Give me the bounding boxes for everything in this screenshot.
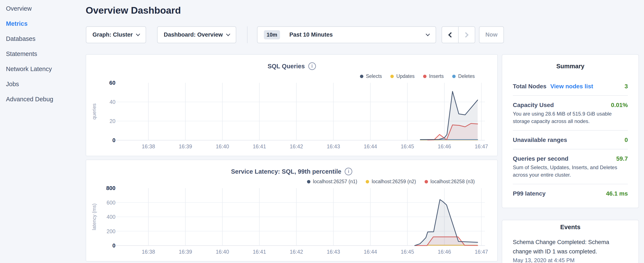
sql-queries-chart-card: SQL Queries i SelectsUpdatesInsertsDelet… [86, 54, 498, 156]
y-tick-label: 400 [106, 214, 116, 220]
time-range-label: Past 10 Minutes [289, 32, 333, 38]
service-latency-plot[interactable]: 16:3816:3916:4016:4116:4216:4316:4416:45… [86, 160, 498, 262]
now-button-label: Now [486, 32, 498, 38]
sidebar-item-databases[interactable]: Databases [6, 36, 86, 42]
summary-row-label: Total Nodes [513, 83, 546, 90]
x-tick-label: 16:38 [142, 143, 155, 149]
chevron-down-icon [136, 32, 140, 36]
summary-row-description: You are using 28.6 MiB of 515.9 GiB usab… [513, 110, 628, 125]
summary-row-value: 59.7 [616, 155, 628, 162]
summary-row: Capacity Used0.01%You are using 28.6 MiB… [513, 96, 628, 131]
event-message: Schema Change Completed: Schema change w… [513, 237, 628, 256]
summary-row: Unavailable ranges0 [513, 131, 628, 149]
y-tick-label: 20 [110, 118, 116, 124]
sidebar-item-network-latency[interactable]: Network Latency [6, 66, 86, 72]
y-tick-label: 40 [110, 99, 116, 105]
time-range-dropdown[interactable]: 10m Past 10 Minutes [257, 26, 436, 43]
summary-row-value: 0.01% [611, 102, 628, 109]
x-tick-label: 16:46 [438, 143, 451, 149]
y-tick-label: 60 [109, 80, 116, 86]
chevron-right-icon [463, 32, 468, 38]
y-axis-label: queries [92, 103, 97, 119]
summary-row: P99 latency46.1 ms [513, 184, 628, 203]
time-step-forward-button[interactable] [458, 27, 475, 43]
x-tick-label: 16:47 [475, 143, 488, 149]
x-tick-label: 16:45 [401, 249, 414, 255]
sidebar-item-metrics[interactable]: Metrics [6, 21, 86, 27]
x-tick-label: 16:42 [290, 249, 303, 255]
service-latency-chart-card: Service Latency: SQL, 99th percentile i … [86, 160, 498, 261]
x-tick-label: 16:44 [364, 249, 377, 255]
summary-row-label: Unavailable ranges [513, 136, 567, 144]
x-tick-label: 16:39 [179, 143, 192, 149]
y-tick-label: 800 [106, 185, 116, 191]
now-button[interactable]: Now [479, 26, 504, 43]
x-tick-label: 16:40 [216, 143, 229, 149]
summary-row-value: 3 [624, 83, 628, 90]
x-tick-label: 16:39 [179, 249, 192, 255]
x-tick-label: 16:41 [253, 249, 266, 255]
x-tick-label: 16:41 [253, 143, 266, 149]
x-tick-label: 16:38 [142, 249, 155, 255]
x-tick-label: 16:44 [364, 143, 377, 149]
sidebar-item-statements[interactable]: Statements [6, 51, 86, 57]
x-tick-label: 16:47 [475, 249, 488, 255]
x-tick-label: 16:45 [401, 143, 414, 149]
events-title: Events [513, 220, 628, 231]
sidebar-item-overview[interactable]: Overview [6, 5, 86, 12]
summary-row: Total NodesView nodes list3 [513, 77, 628, 96]
graph-dropdown[interactable]: Graph: Cluster [86, 26, 146, 43]
summary-row-label: Capacity Used [513, 102, 554, 109]
sidebar: OverviewMetricsDatabasesStatementsNetwor… [0, 0, 86, 263]
sidebar-item-advanced-debug[interactable]: Advanced Debug [6, 96, 86, 102]
x-tick-label: 16:43 [327, 249, 340, 255]
sql-queries-plot[interactable]: 16:3816:3916:4016:4116:4216:4316:4416:45… [86, 55, 498, 157]
x-tick-label: 16:43 [327, 143, 340, 149]
controls-divider [247, 26, 248, 43]
y-tick-label: 200 [106, 228, 116, 234]
chevron-down-icon [226, 32, 230, 36]
page-title: Overview Dashboard [86, 5, 181, 16]
dashboard-dropdown[interactable]: Dashboard: Overview [157, 26, 236, 43]
chevron-left-icon [448, 32, 454, 38]
y-axis-label: latency (ms) [92, 203, 97, 230]
x-tick-label: 16:46 [438, 249, 451, 255]
series-area [415, 200, 478, 245]
event-timestamp: May 13, 2020 at 4:45 PM [513, 257, 628, 263]
dashboard-dropdown-label: Dashboard: Overview [164, 32, 223, 38]
time-step-back-button[interactable] [442, 27, 458, 43]
summary-row-value: 46.1 ms [606, 190, 628, 197]
summary-title: Summary [513, 55, 628, 70]
graph-dropdown-label: Graph: Cluster [92, 32, 133, 38]
time-step-buttons [442, 26, 475, 43]
summary-row-value: 0 [624, 137, 628, 143]
x-tick-label: 16:40 [216, 249, 229, 255]
y-tick-label: 0 [112, 242, 116, 249]
summary-row-label: Queries per second [513, 155, 568, 162]
summary-row-label: P99 latency [513, 190, 546, 197]
summary-row: Queries per second59.7Sum of Selects, Up… [513, 149, 628, 184]
view-nodes-list-link[interactable]: View nodes list [550, 83, 593, 90]
summary-row-description: Sum of Selects, Updates, Inserts, and De… [513, 164, 628, 178]
time-range-badge: 10m [264, 30, 280, 39]
y-tick-label: 0 [112, 137, 116, 143]
y-tick-label: 600 [106, 200, 116, 205]
sidebar-item-jobs[interactable]: Jobs [6, 81, 86, 87]
events-panel: Events Schema Change Completed: Schema c… [502, 220, 639, 263]
summary-panel: Summary Total NodesView nodes list3Capac… [502, 54, 639, 208]
app-window: OverviewMetricsDatabasesStatementsNetwor… [0, 0, 644, 263]
x-tick-label: 16:42 [290, 143, 303, 149]
chevron-down-icon [426, 32, 430, 36]
